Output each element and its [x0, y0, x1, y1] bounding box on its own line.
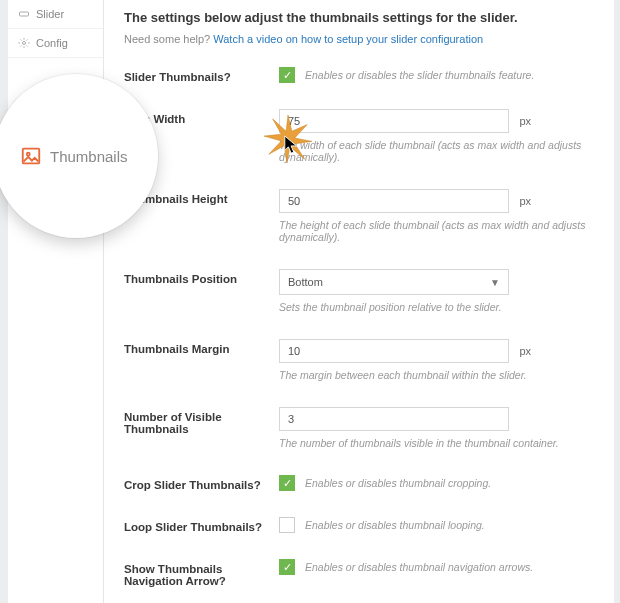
magnifier-overlay: Thumbnails — [0, 74, 158, 238]
field-label: Slider Thumbnails? — [124, 67, 279, 83]
field-label: Thumbnails Margin — [124, 339, 279, 381]
svg-point-1 — [23, 42, 26, 45]
field-hint: The number of thumbnails visible in the … — [279, 437, 594, 449]
loop-thumbnails-checkbox[interactable] — [279, 517, 295, 533]
sidebar-item-config[interactable]: Config — [8, 29, 103, 58]
sidebar-item-slider[interactable]: Slider — [8, 0, 103, 29]
lens-label: Thumbnails — [50, 148, 128, 165]
row-visible-thumbnails: Number of Visible Thumbnails The number … — [124, 407, 594, 449]
unit-label: px — [519, 195, 531, 207]
row-nav-arrow: Show Thumbnails Navigation Arrow? Enable… — [124, 559, 594, 587]
field-desc: Enables or disables thumbnail navigation… — [305, 561, 533, 573]
field-hint: Sets the thumbnail position relative to … — [279, 301, 594, 313]
sidebar-item-label: Slider — [36, 8, 64, 20]
page-title: The settings below adjust the thumbnails… — [124, 10, 594, 25]
help-video-link[interactable]: Watch a video on how to setup your slide… — [213, 33, 483, 45]
field-label: Crop Slider Thumbnails? — [124, 475, 279, 491]
row-crop-thumbnails: Crop Slider Thumbnails? Enables or disab… — [124, 475, 594, 491]
gear-icon — [18, 37, 30, 49]
thumbnails-margin-input[interactable] — [279, 339, 509, 363]
main-content: The settings below adjust the thumbnails… — [104, 0, 614, 603]
unit-label: px — [519, 115, 531, 127]
field-hint: The height of each slide thumbnail (acts… — [279, 219, 594, 243]
row-slider-thumbnails: Slider Thumbnails? Enables or disables t… — [124, 67, 594, 83]
help-text: Need some help? Watch a video on how to … — [124, 33, 594, 45]
row-thumbnails-width: nails Width px The width of each slide t… — [124, 109, 594, 163]
field-hint: The margin between each thumbnail within… — [279, 369, 594, 381]
field-hint: The width of each slide thumbnail (acts … — [279, 139, 594, 163]
thumbnails-position-select[interactable]: Bottom ▼ — [279, 269, 509, 295]
crop-thumbnails-checkbox[interactable] — [279, 475, 295, 491]
field-label: Loop Slider Thumbnails? — [124, 517, 279, 533]
row-thumbnails-position: Thumbnails Position Bottom ▼ Sets the th… — [124, 269, 594, 313]
field-label: Thumbnails Position — [124, 269, 279, 313]
field-desc: Enables or disables thumbnail cropping. — [305, 477, 491, 489]
slider-icon — [18, 8, 30, 20]
field-label: Show Thumbnails Navigation Arrow? — [124, 559, 279, 587]
svg-rect-0 — [20, 12, 29, 16]
unit-label: px — [519, 345, 531, 357]
select-value: Bottom — [288, 276, 323, 288]
field-desc: Enables or disables thumbnail looping. — [305, 519, 485, 531]
row-thumbnails-height: Thumbnails Height px The height of each … — [124, 189, 594, 243]
field-label: Number of Visible Thumbnails — [124, 407, 279, 449]
nav-arrow-checkbox[interactable] — [279, 559, 295, 575]
chevron-down-icon: ▼ — [490, 277, 500, 288]
slider-thumbnails-checkbox[interactable] — [279, 67, 295, 83]
help-prefix: Need some help? — [124, 33, 213, 45]
svg-point-3 — [27, 153, 30, 156]
field-label: Thumbnails Height — [124, 189, 279, 243]
thumbnails-height-input[interactable] — [279, 189, 509, 213]
sidebar-item-label: Config — [36, 37, 68, 49]
visible-thumbnails-input[interactable] — [279, 407, 509, 431]
row-thumbnails-margin: Thumbnails Margin px The margin between … — [124, 339, 594, 381]
thumbnails-width-input[interactable] — [279, 109, 509, 133]
thumbnails-icon — [20, 145, 42, 167]
field-desc: Enables or disables the slider thumbnail… — [305, 69, 534, 81]
row-loop-thumbnails: Loop Slider Thumbnails? Enables or disab… — [124, 517, 594, 533]
